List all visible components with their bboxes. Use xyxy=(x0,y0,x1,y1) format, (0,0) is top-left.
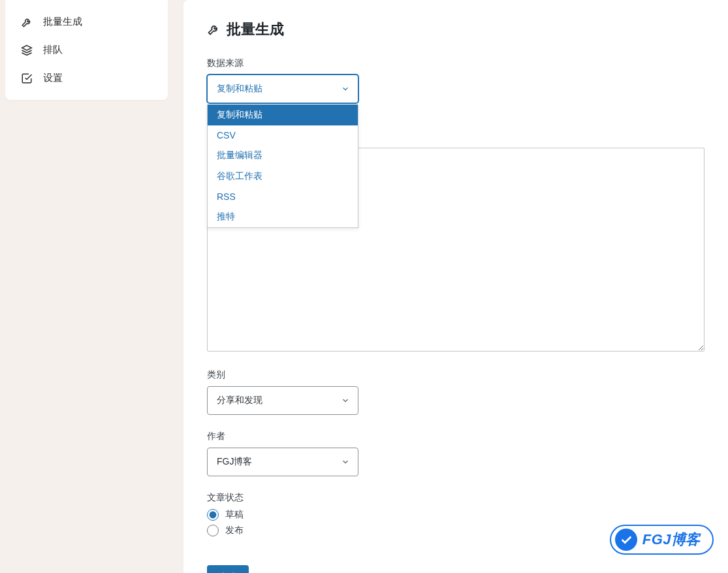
sidebar-item-label: 排队 xyxy=(43,44,63,56)
sidebar-item-label: 批量生成 xyxy=(43,16,82,28)
data-source-selected: 复制和粘贴 xyxy=(217,83,262,95)
post-status-radio-publish[interactable] xyxy=(207,525,219,536)
post-status-option-label: 发布 xyxy=(225,525,244,536)
page-title-text: 批量生成 xyxy=(227,20,284,39)
wrench-icon xyxy=(21,16,33,28)
wrench-icon xyxy=(207,23,220,36)
dropdown-option-twitter[interactable]: 推特 xyxy=(208,206,358,227)
watermark-text: FGJ博客 xyxy=(642,530,701,549)
author-selected: FGJ博客 xyxy=(217,456,252,468)
category-select[interactable]: 分享和发现 xyxy=(207,386,358,415)
dropdown-option-csv[interactable]: CSV xyxy=(208,125,358,145)
generate-button[interactable]: 生成 xyxy=(207,565,249,573)
dropdown-option-rss[interactable]: RSS xyxy=(208,187,358,206)
checkbox-icon xyxy=(21,73,33,84)
post-status-option-label: 草稿 xyxy=(225,509,244,521)
chevron-down-icon xyxy=(341,396,350,405)
field-data-source: 数据来源 复制和粘贴 复制和粘贴 CSV 批量编辑器 谷歌工作表 RSS 推特 xyxy=(207,57,704,103)
field-category: 类别 分享和发现 xyxy=(207,369,704,415)
watermark-badge: FGJ博客 xyxy=(610,525,714,555)
sidebar-item-label: 设置 xyxy=(43,72,63,84)
dropdown-option-copy-paste[interactable]: 复制和粘贴 xyxy=(208,105,358,125)
dropdown-option-google-sheets[interactable]: 谷歌工作表 xyxy=(208,166,358,187)
svg-marker-0 xyxy=(22,45,32,50)
category-selected: 分享和发现 xyxy=(217,395,262,406)
data-source-dropdown: 复制和粘贴 CSV 批量编辑器 谷歌工作表 RSS 推特 xyxy=(207,105,358,228)
field-author: 作者 FGJ博客 xyxy=(207,431,704,476)
dropdown-option-bulk-editor[interactable]: 批量编辑器 xyxy=(208,145,358,166)
sidebar-item-queue[interactable]: 排队 xyxy=(5,36,168,64)
chevron-down-icon xyxy=(341,457,350,467)
chevron-down-icon xyxy=(341,84,350,93)
data-source-label: 数据来源 xyxy=(207,57,704,69)
check-circle-icon xyxy=(615,529,637,551)
sidebar: 批量生成 排队 设置 xyxy=(5,0,168,100)
category-label: 类别 xyxy=(207,369,704,381)
main-panel: 批量生成 数据来源 复制和粘贴 复制和粘贴 CSV 批量编辑器 谷歌工作表 RS… xyxy=(183,0,728,573)
sidebar-item-settings[interactable]: 设置 xyxy=(5,64,168,92)
author-select[interactable]: FGJ博客 xyxy=(207,448,358,476)
data-source-select[interactable]: 复制和粘贴 xyxy=(207,74,358,103)
post-status-label: 文章状态 xyxy=(207,492,704,504)
layers-icon xyxy=(21,44,33,56)
author-label: 作者 xyxy=(207,431,704,442)
sidebar-item-bulk-generate[interactable]: 批量生成 xyxy=(5,8,168,36)
post-status-radio-draft[interactable] xyxy=(207,509,219,521)
page-title: 批量生成 xyxy=(207,20,704,39)
radio-row-draft[interactable]: 草稿 xyxy=(207,509,704,521)
